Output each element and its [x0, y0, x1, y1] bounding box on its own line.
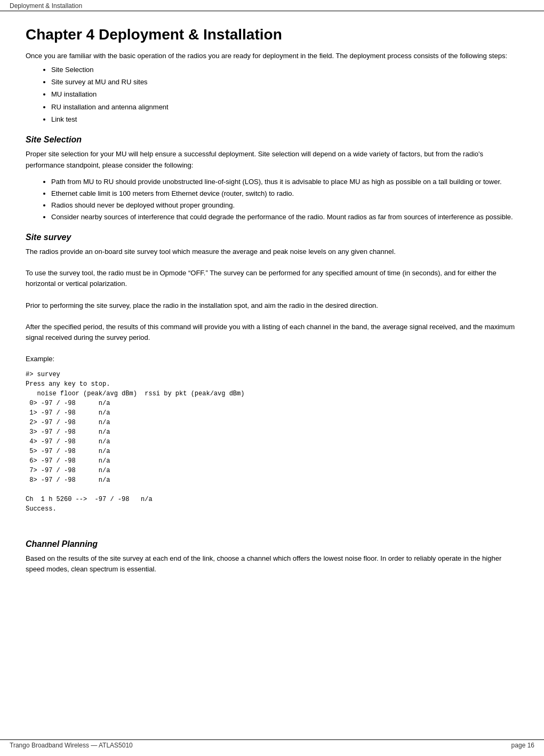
list-item: MU installation [51, 88, 518, 100]
site-selection-para-0: Proper site selection for your MU will h… [26, 149, 518, 170]
list-item: Consider nearby sources of interference … [51, 211, 518, 223]
page-header: Deployment & Installation [0, 0, 544, 11]
list-item: Radios should never be deployed without … [51, 200, 518, 211]
content-area: Chapter 4 Deployment & Installation Once… [0, 11, 544, 612]
section-title-site-survey: Site survey [26, 233, 518, 242]
site-survey-para-3: After the specified period, the results … [26, 322, 518, 343]
steps-list: Site Selection Site survey at MU and RU … [51, 63, 518, 126]
site-survey-para-1: To use the survey tool, the radio must b… [26, 268, 518, 289]
footer-left: Trango Broadband Wireless — ATLAS5010 [10, 742, 133, 749]
site-survey-code: #> survey Press any key to stop. noise f… [26, 370, 518, 514]
site-survey-para-0: The radios provide an on-board site surv… [26, 246, 518, 257]
footer-right: page 16 [511, 742, 534, 749]
list-item: RU installation and antenna alignment [51, 101, 518, 113]
list-item: Site Selection [51, 63, 518, 76]
section-title-site-selection: Site Selection [26, 135, 518, 145]
list-item: Path from MU to RU should provide unobst… [51, 176, 518, 188]
list-item: Ethernet cable limit is 100 meters from … [51, 188, 518, 200]
chapter-intro: Once you are familiar with the basic ope… [26, 51, 518, 61]
channel-planning-para-0: Based on the results of the site survey … [26, 553, 518, 575]
list-item: Link test [51, 113, 518, 125]
site-survey-example-label: Example: [26, 354, 518, 364]
list-item: Site survey at MU and RU sites [51, 76, 518, 88]
page-footer: Trango Broadband Wireless — ATLAS5010 pa… [0, 739, 544, 751]
section-title-channel-planning: Channel Planning [26, 539, 518, 549]
chapter-title: Chapter 4 Deployment & Installation [26, 26, 518, 43]
page-wrapper: Deployment & Installation Chapter 4 Depl… [0, 0, 544, 756]
header-text: Deployment & Installation [10, 2, 82, 10]
site-selection-bullets: Path from MU to RU should provide unobst… [51, 176, 518, 223]
site-survey-para-2: Prior to performing the site survey, pla… [26, 300, 518, 311]
